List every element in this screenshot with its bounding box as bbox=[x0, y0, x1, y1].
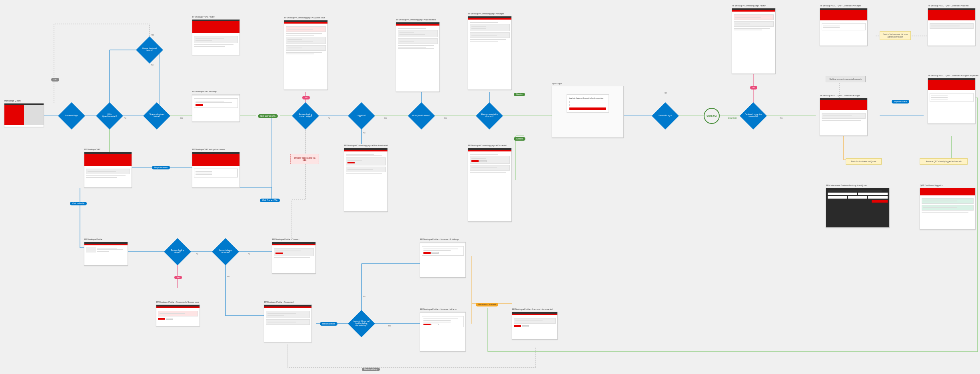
thumb-qbr-c-noinfo[interactable]: FF Desktop • VAC • QBR Connected • No in… bbox=[928, 8, 976, 46]
qbr-login-title: Log In to Business Rewards to finish con… bbox=[569, 97, 607, 99]
thumb-profile-1acc-disc[interactable]: FF Desktop • Profile • 1 account disconn… bbox=[512, 312, 558, 340]
label-profile: FF Desktop • Profile bbox=[84, 238, 102, 241]
pill-yes-problem: Yes bbox=[302, 96, 310, 99]
thumb-qbr-c-single[interactable]: FF Desktop • VAC • QBR Connected • Singl… bbox=[820, 98, 868, 136]
decision-acc-connected: Account already connected? bbox=[212, 238, 239, 265]
note-assume-qbt: Assume QBT already logged in from tab bbox=[920, 158, 968, 165]
decision-loading-label: Problem loading widget? bbox=[168, 250, 187, 254]
qbr-password[interactable] bbox=[569, 104, 607, 106]
edge-yes-fb: Yes bbox=[444, 117, 447, 119]
label-profile-syserror: FF Desktop • Profile • Connected • Syste… bbox=[156, 301, 199, 303]
thumb-vac-slideup[interactable]: FF Desktop • VAC • slideup bbox=[192, 94, 240, 122]
label-profile-connected: FF Desktop • Profile • Connected bbox=[264, 301, 293, 303]
thumb-connect-syserror[interactable]: FF Desktop • Connecting page • System er… bbox=[284, 20, 328, 90]
decision-qbr-login: Successful log in bbox=[652, 102, 679, 129]
decision-ff-business: FF to QuantBusiness? bbox=[408, 102, 435, 129]
decision-dismissed: Banner dismissed before? bbox=[136, 36, 163, 64]
note-book-biz: Book for business on Q.com bbox=[846, 158, 882, 165]
decision-already: Already connected to accounts? bbox=[476, 102, 503, 129]
decision-problem: Problem loading connect widget? bbox=[292, 102, 319, 129]
node-qbr-2fa-label: QBR 2FA bbox=[707, 115, 717, 117]
label-fbm-biz: FBM interstress Business booking from Q.… bbox=[826, 184, 867, 187]
label-qbr-c-multi: FF Desktop • VAC • QBR Connected • Multi… bbox=[820, 4, 861, 7]
pill-dropdown: Dropdown menu bbox=[152, 166, 170, 169]
edge-disconnect: Disconnect bbox=[728, 117, 736, 119]
label-homepage: Homepage Q.com bbox=[4, 99, 21, 102]
thumb-qbr-c-multi[interactable]: FF Desktop • VAC • QBR Connected • Multi… bbox=[820, 8, 868, 46]
pill-no-be: No bbox=[750, 86, 757, 90]
edge-yes-be: Yes bbox=[780, 117, 782, 119]
thumb-connect-unauth[interactable]: FF Desktop • Connecting page • Unauthent… bbox=[344, 148, 388, 212]
label-qbr-c-single: FF Desktop • VAC • QBR Connected • Singl… bbox=[820, 94, 860, 97]
label-qbt-dash: QBT Dashboard logged in bbox=[920, 184, 943, 187]
thumb-qbr-c-single-dd[interactable]: FF Desktop • VAC • QBR Connected • Singl… bbox=[928, 78, 976, 124]
edge-no-li: No bbox=[363, 132, 365, 134]
pill-dismiss: Dismiss bbox=[514, 93, 525, 96]
decision-slideup-dismissed: Slide-up dismissed before? bbox=[143, 102, 170, 129]
edge-no-load: No bbox=[196, 253, 198, 255]
label-qbr-c-noinfo: FF Desktop • VAC • QBR Connected • No in… bbox=[928, 4, 969, 7]
qbr-email[interactable] bbox=[569, 101, 607, 103]
thumb-vac-qbr[interactable]: FF Desktop • VAC • QBR bbox=[192, 19, 240, 55]
label-connect-syserror: FF Desktop • Connecting page • System er… bbox=[284, 16, 325, 19]
node-qbr-2fa: QBR 2FA bbox=[704, 108, 720, 124]
decision-ff-business-label: FF to QuantBusiness? bbox=[412, 115, 431, 117]
decision-loading: Problem loading widget? bbox=[164, 238, 191, 265]
label-vac-qbr: FF Desktop • VAC • QBR bbox=[192, 16, 215, 18]
thumb-profile-syserror[interactable]: FF Desktop • Profile • Connected • Syste… bbox=[156, 304, 200, 326]
edge-yes-li: Yes bbox=[384, 117, 387, 119]
flow-canvas[interactable]: Homepage Q.com Successful login FF to Qu… bbox=[0, 0, 980, 374]
label-connect-error2: FF Desktop • Connecting page • Error bbox=[732, 4, 766, 7]
thumb-vac[interactable]: FF Desktop • VAC bbox=[84, 152, 132, 188]
label-vac-dropdown: FF Desktop • VAC • dropdown menu bbox=[192, 148, 225, 151]
thumb-qbr-login[interactable]: QBR Login Log In to Business Rewards to … bbox=[552, 86, 624, 138]
thumb-fbm-biz[interactable]: FBM interstress Business booking from Q.… bbox=[826, 188, 890, 228]
pill-dd-menu2: dropdown menu bbox=[892, 100, 909, 103]
thumb-homepage[interactable]: Homepage Q.com bbox=[4, 103, 44, 127]
label-profile-disc-slide: FF Desktop • Profile • disconnect slide … bbox=[420, 308, 457, 310]
edge-no-acc: No bbox=[248, 253, 250, 255]
edge-yes-1b: Yes bbox=[180, 117, 183, 119]
pill-dismiss-slide: Dismiss slide up bbox=[362, 368, 380, 371]
edge-yes-acc: Yes bbox=[227, 276, 230, 278]
note-switch-2nd: Switch 2nd account fail now admin permis… bbox=[880, 31, 911, 40]
label-vac-slideup: FF Desktop • VAC • slideup bbox=[192, 90, 217, 93]
thumb-connect-nobiz[interactable]: FF Desktop • Connecting page • No busine… bbox=[396, 22, 440, 92]
pill-click-connect: Click Connect CTA bbox=[258, 114, 278, 118]
pill-yes-load: Yes bbox=[174, 276, 182, 279]
decision-dismissed-label: Banner dismissed before? bbox=[140, 48, 159, 52]
edge-yes-1: Yes bbox=[151, 34, 154, 36]
decision-backend: Back-end connection successful? bbox=[740, 102, 767, 129]
thumb-profile-connected[interactable]: FF Desktop • Profile • Connected bbox=[264, 304, 312, 342]
decision-problem-label: Problem loading connect widget? bbox=[296, 114, 315, 118]
decision-login: Successful login bbox=[58, 102, 85, 129]
pill-disc-confirmed: Disconnect Confirmed bbox=[476, 303, 498, 306]
thumb-profile[interactable]: FF Desktop • Profile bbox=[84, 242, 128, 266]
qbr-login-btn[interactable] bbox=[569, 107, 607, 110]
decision-last-ff: Last/only FF and self booking before dis… bbox=[348, 310, 375, 337]
pill-click-profile: Click on Profile bbox=[70, 202, 87, 205]
thumb-profile-connect[interactable]: FF Desktop • Profile • Connect bbox=[272, 242, 316, 274]
decision-qbr-login-label: Successful log in bbox=[656, 115, 675, 117]
edge-no-problem: No bbox=[328, 117, 330, 119]
thumb-qbt-dash[interactable]: QBT Dashboard logged in bbox=[920, 188, 976, 230]
pill-connect: Connect bbox=[514, 137, 525, 141]
edge-yes-lff: Yes bbox=[388, 325, 391, 327]
label-connect-unauth: FF Desktop • Connecting page • Unauthent… bbox=[344, 144, 388, 147]
label-profile-disc2: FF Desktop • Profile • disconnect 2 slid… bbox=[420, 238, 459, 241]
thumb-connect-multiple[interactable]: FF Desktop • Connecting page • Multiple bbox=[468, 16, 512, 90]
thumb-vac-dropdown[interactable]: FF Desktop • VAC • dropdown menu bbox=[192, 152, 240, 188]
decision-ff-consent: FF to QuantConsented? bbox=[96, 102, 123, 129]
thumb-connect-connected[interactable]: FF Desktop • Connecting page • Connected bbox=[468, 148, 512, 222]
decision-loggedin-label: Logged in? bbox=[352, 115, 371, 117]
edge-no-1b: No bbox=[124, 117, 126, 119]
decision-ff-consent-label: FF to QuantConsented? bbox=[100, 114, 119, 118]
thumb-profile-disc2[interactable]: FF Desktop • Profile • disconnect 2 slid… bbox=[420, 242, 466, 278]
label-qbr-c-single-dd: FF Desktop • VAC • QBR Connected • Singl… bbox=[928, 74, 978, 77]
thumb-connect-error2[interactable]: FF Desktop • Connecting page • Error bbox=[732, 8, 776, 74]
label-connect-multiple: FF Desktop • Connecting page • Multiple bbox=[468, 12, 504, 15]
edge-no-qbrl: No bbox=[665, 92, 667, 94]
pill-click-disc: click disconnect bbox=[320, 322, 337, 326]
thumb-profile-disc-slide[interactable]: FF Desktop • Profile • disconnect slide … bbox=[420, 312, 466, 352]
edge-no-1: No bbox=[151, 64, 154, 66]
